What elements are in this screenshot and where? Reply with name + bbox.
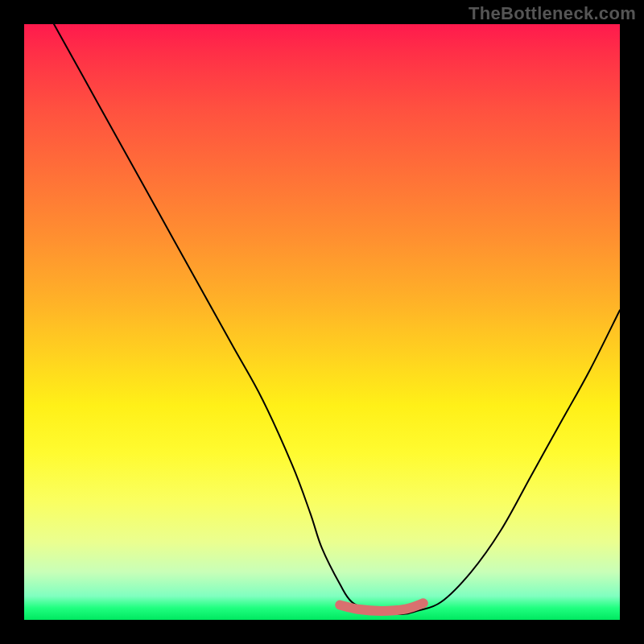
main-curve-line: [54, 24, 620, 614]
watermark-text: TheBottleneck.com: [469, 3, 636, 24]
highlight-segment: [340, 603, 423, 611]
chart-plot-area: [24, 24, 620, 620]
chart-svg: [24, 24, 620, 620]
